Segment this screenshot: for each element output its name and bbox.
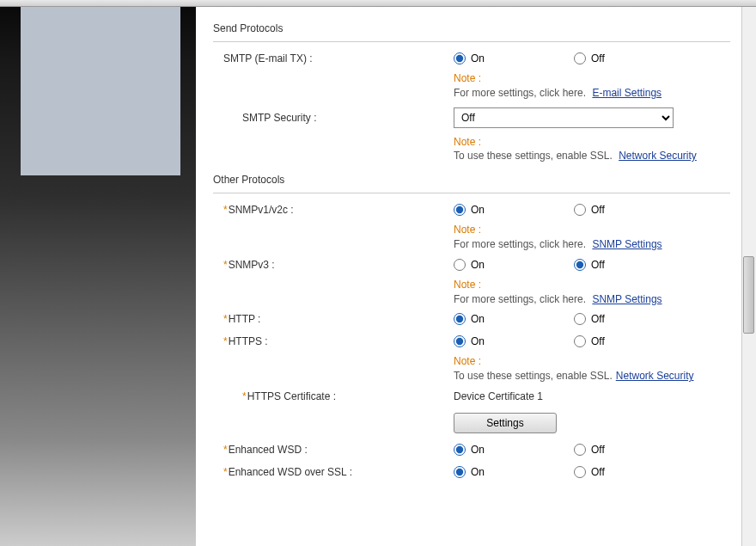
network-security-link[interactable]: Network Security [619, 150, 697, 162]
content-area: Send Protocols SMTP (E-mail TX) : On Off [196, 7, 756, 546]
ewsd-ssl-off-radio[interactable] [574, 466, 586, 478]
smtp-off-radio[interactable] [574, 52, 586, 64]
https-on-radio[interactable] [454, 335, 466, 347]
https-off-option[interactable]: Off [574, 335, 694, 347]
label-snmp3: * SNMPv3 : [223, 259, 454, 271]
http-on-option[interactable]: On [454, 313, 574, 325]
row-snmp12: * SNMPv1/v2c : On Off [213, 199, 730, 221]
snmp3-note: Note : For more settings, click here. SN… [213, 276, 730, 309]
ewsd-ssl-on-radio[interactable] [454, 466, 466, 478]
section-send-protocols: Send Protocols [213, 14, 730, 41]
smtp-note: Note : For more settings, click here. E-… [213, 70, 730, 102]
snmp12-off-radio[interactable] [574, 204, 586, 216]
https-off-radio[interactable] [574, 335, 586, 347]
row-enhanced-wsd-ssl: * Enhanced WSD over SSL : On Off [213, 461, 730, 483]
label-https: * HTTPS : [223, 335, 454, 347]
row-smtp-security: SMTP Security : Off [213, 102, 730, 133]
settings-button-row: Settings [213, 408, 730, 439]
smtp-on-option[interactable]: On [454, 52, 574, 64]
http-off-radio[interactable] [574, 313, 586, 325]
network-security-link-2[interactable]: Network Security [616, 370, 694, 382]
label-smtp-security: SMTP Security : [223, 112, 454, 124]
snmp3-on-option[interactable]: On [454, 259, 574, 271]
label-snmp12: * SNMPv1/v2c : [223, 204, 454, 216]
browser-toolbar [0, 0, 756, 7]
snmp3-off-radio[interactable] [574, 259, 586, 271]
label-enhanced-wsd-ssl: * Enhanced WSD over SSL : [223, 466, 454, 478]
label-enhanced-wsd: * Enhanced WSD : [223, 444, 454, 456]
row-https-cert: * HTTPS Certificate : Device Certificate… [213, 385, 730, 408]
ewsd-on-radio[interactable] [454, 444, 466, 456]
ewsd-off-radio[interactable] [574, 444, 586, 456]
ewsd-ssl-on-option[interactable]: On [454, 466, 574, 478]
divider [213, 41, 730, 42]
snmp3-off-option[interactable]: Off [574, 259, 694, 271]
sidebar-panel [21, 7, 180, 175]
smtp-security-select[interactable]: Off [454, 107, 674, 128]
snmp3-on-radio[interactable] [454, 259, 466, 271]
sidebar-gradient [0, 7, 196, 546]
snmp12-on-radio[interactable] [454, 204, 466, 216]
main-container: Send Protocols SMTP (E-mail TX) : On Off [0, 7, 756, 546]
smtp-security-note: Note : To use these settings, enable SSL… [213, 133, 730, 166]
label-smtp: SMTP (E-mail TX) : [223, 52, 454, 64]
settings-button[interactable]: Settings [454, 413, 557, 433]
ewsd-ssl-off-option[interactable]: Off [574, 466, 694, 478]
snmp-settings-link-2[interactable]: SNMP Settings [592, 293, 662, 305]
ewsd-off-option[interactable]: Off [574, 444, 694, 456]
row-http: * HTTP : On Off [213, 308, 730, 330]
scrollbar-thumb[interactable] [743, 256, 754, 334]
label-http: * HTTP : [223, 313, 454, 325]
smtp-on-radio[interactable] [454, 52, 466, 64]
row-snmp3: * SNMPv3 : On Off [213, 254, 730, 276]
snmp12-off-option[interactable]: Off [574, 204, 694, 216]
http-on-radio[interactable] [454, 313, 466, 325]
ewsd-on-option[interactable]: On [454, 444, 574, 456]
row-enhanced-wsd: * Enhanced WSD : On Off [213, 439, 730, 461]
scrollbar[interactable] [741, 7, 756, 546]
http-off-option[interactable]: Off [574, 313, 694, 325]
row-smtp: SMTP (E-mail TX) : On Off [213, 47, 730, 70]
label-https-cert: * HTTPS Certificate : [223, 390, 454, 402]
row-https: * HTTPS : On Off [213, 330, 730, 353]
https-on-option[interactable]: On [454, 335, 574, 347]
snmp12-on-option[interactable]: On [454, 204, 574, 216]
snmp12-note: Note : For more settings, click here. SN… [213, 221, 730, 254]
https-cert-value: Device Certificate 1 [454, 390, 543, 402]
snmp-settings-link[interactable]: SNMP Settings [592, 238, 662, 250]
email-settings-link[interactable]: E-mail Settings [592, 87, 662, 99]
smtp-off-option[interactable]: Off [574, 52, 694, 64]
section-other-protocols: Other Protocols [213, 165, 730, 193]
divider [213, 193, 730, 193]
https-note: Note : To use these settings, enable SSL… [213, 353, 730, 385]
